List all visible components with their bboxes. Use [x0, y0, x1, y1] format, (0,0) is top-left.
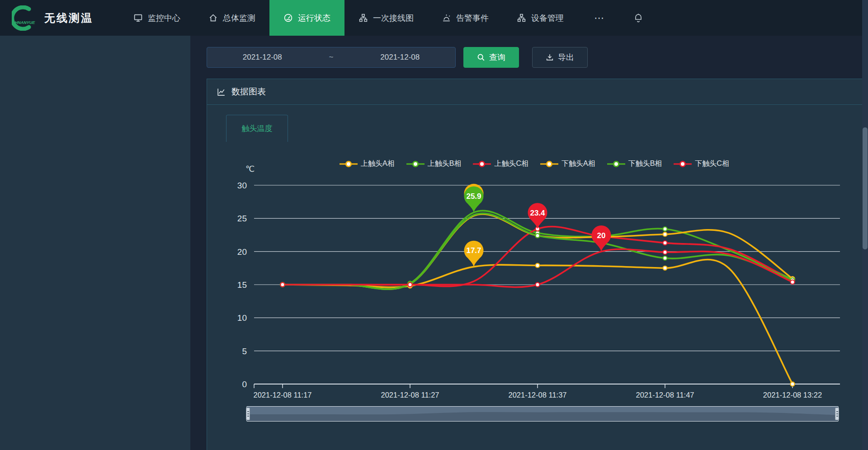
- notification-bell-icon[interactable]: [621, 13, 656, 23]
- page-scrollbar-thumb[interactable]: [863, 127, 868, 249]
- top-nav: HNANYUE 无线测温 监控中心 总体监测 运行状态 一次接线图: [0, 0, 868, 36]
- monitor-icon: [133, 13, 143, 23]
- panel-title: 数据图表: [231, 86, 266, 98]
- nav-item-label: 监控中心: [148, 13, 180, 23]
- legend-label: 上触头A相: [361, 159, 395, 169]
- left-sidebar: [0, 36, 190, 450]
- nav-more-button[interactable]: ⋯: [578, 12, 621, 24]
- legend-label: 下触头C相: [695, 159, 729, 169]
- tab-contact-temperature[interactable]: 触头温度: [226, 115, 288, 142]
- nav-item-label: 告警事件: [456, 13, 489, 23]
- legend-label: 下触头A相: [561, 159, 595, 169]
- home-icon: [208, 13, 218, 23]
- legend-item-5[interactable]: 下触头C相: [674, 159, 729, 169]
- nav-item-running-status[interactable]: 运行状态: [269, 0, 344, 36]
- legend-label: 上触头B相: [428, 159, 462, 169]
- legend-item-0[interactable]: 上触头A相: [340, 159, 395, 169]
- app-title: 无线测温: [44, 11, 93, 25]
- export-button-label: 导出: [558, 52, 574, 63]
- legend-marker-icon: [674, 160, 692, 168]
- legend-item-1[interactable]: 上触头B相: [406, 159, 462, 169]
- nav-item-label: 设备管理: [531, 13, 564, 23]
- query-button[interactable]: 查询: [463, 47, 519, 68]
- datazoom-right-handle[interactable]: [835, 408, 839, 420]
- chart-line-icon: [217, 87, 226, 97]
- legend-marker-icon: [473, 160, 491, 168]
- legend-marker-icon: [340, 160, 358, 168]
- y-axis-unit-label: ℃: [245, 164, 255, 174]
- gauge-icon: [283, 13, 293, 23]
- chart-datazoom-slider[interactable]: [246, 406, 839, 422]
- legend-label: 上触头C相: [494, 159, 528, 169]
- nav-item-label: 总体监测: [223, 13, 255, 23]
- legend-marker-icon: [540, 160, 558, 168]
- start-date-value[interactable]: 2021-12-08: [207, 53, 318, 62]
- brand-logo-icon: HNANYUE: [12, 5, 37, 31]
- logo-text: HNANYUE: [15, 20, 36, 25]
- wiring-diagram-icon: [359, 13, 368, 23]
- legend-item-3[interactable]: 下触头A相: [540, 159, 595, 169]
- nav-item-primary-wiring-diagram[interactable]: 一次接线图: [344, 0, 428, 36]
- device-manage-icon: [517, 13, 526, 23]
- app-screen: HNANYUE 无线测温 监控中心 总体监测 运行状态 一次接线图: [0, 0, 868, 450]
- legend-label: 下触头B相: [628, 159, 662, 169]
- datazoom-left-handle[interactable]: [246, 408, 250, 420]
- date-range-picker[interactable]: 2021-12-08 ~ 2021-12-08: [207, 47, 456, 68]
- end-date-value[interactable]: 2021-12-08: [345, 53, 456, 62]
- export-button[interactable]: 导出: [532, 47, 588, 68]
- panel-header: 数据图表: [207, 79, 862, 105]
- download-icon: [546, 53, 554, 61]
- query-button-label: 查询: [489, 52, 505, 63]
- chart-legend: 上触头A相上触头B相上触头C相下触头A相下触头B相下触头C相: [254, 159, 815, 169]
- search-icon: [477, 53, 485, 61]
- date-separator: ~: [318, 53, 345, 62]
- nav-item-monitor-center[interactable]: 监控中心: [119, 0, 194, 36]
- nav-item-overall-monitoring[interactable]: 总体监测: [194, 0, 269, 36]
- legend-item-2[interactable]: 上触头C相: [473, 159, 528, 169]
- alarm-icon: [442, 13, 451, 23]
- nav-item-label: 运行状态: [298, 13, 330, 23]
- legend-marker-icon: [607, 160, 625, 168]
- datazoom-preview-silhouette: [247, 407, 838, 421]
- nav-item-alarm-events[interactable]: 告警事件: [428, 0, 503, 36]
- page-scrollbar[interactable]: [862, 0, 868, 450]
- data-chart-panel: 数据图表 触头温度: [207, 79, 863, 450]
- nav-item-device-management[interactable]: 设备管理: [503, 0, 578, 36]
- legend-item-4[interactable]: 下触头B相: [607, 159, 662, 169]
- nav-item-label: 一次接线图: [373, 13, 414, 23]
- legend-marker-icon: [406, 160, 425, 168]
